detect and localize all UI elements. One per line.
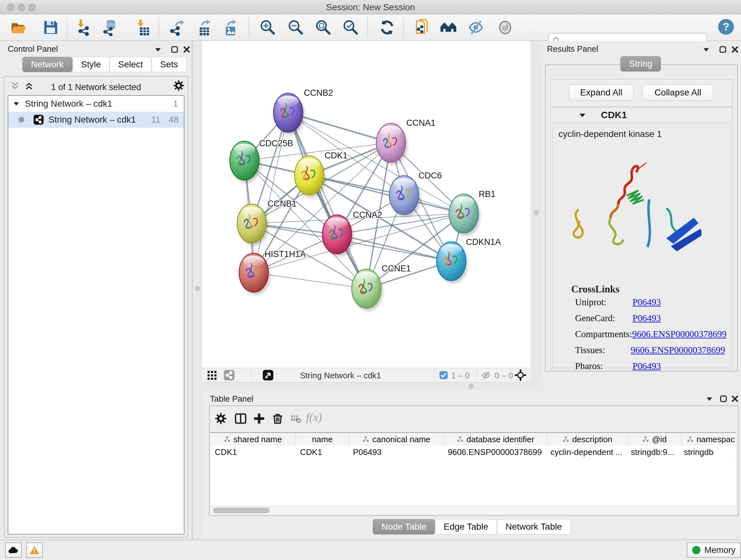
maximize-panel-icon[interactable] [171,45,179,54]
selected-checkbox-icon[interactable] [439,371,448,380]
open-folder-icon[interactable] [10,19,27,36]
network-node-cdc6[interactable]: CDC6 [389,171,442,217]
help-icon[interactable]: ? [718,18,735,36]
tab-network[interactable]: Network [22,57,72,72]
warning-status-button[interactable] [26,543,43,558]
column-header-namespac[interactable]: namespac [681,433,736,446]
tab-network-table[interactable]: Network Table [497,519,570,535]
export-network-icon[interactable] [169,19,186,36]
tab-string-results[interactable]: String [620,56,661,71]
fit-content-crosshair-icon[interactable] [515,369,527,381]
network-node-ccne1[interactable]: CCNE1 [352,264,411,311]
zoom-in-icon[interactable] [259,19,276,36]
import-database-icon[interactable] [102,19,119,36]
crosslink-value-link[interactable]: P06493 [632,313,661,323]
export-image-icon[interactable] [221,19,239,36]
cloud-status-button[interactable] [5,543,22,558]
tab-node-table[interactable]: Node Table [373,519,435,535]
column-header-label: name [312,435,333,444]
import-table-icon[interactable] [134,19,151,36]
grid-view-icon[interactable] [207,370,218,380]
column-header-shared-name[interactable]: shared name [210,433,296,446]
node-label-ccna2: CCNA2 [353,210,382,220]
crosslink-label: Uniprot: [575,297,632,307]
memory-button[interactable]: Memory [687,543,741,558]
column-header-name[interactable]: name [296,433,349,446]
network-tree-root-row[interactable]: String Network – cdk1 1 [8,96,184,112]
bottom-splitter-knob[interactable] [468,384,474,389]
export-table-icon[interactable] [195,19,212,36]
tab-style[interactable]: Style [72,57,110,72]
crosslink-label: Tissues: [575,345,630,355]
import-network-icon[interactable] [75,19,92,36]
crosslink-value-link[interactable]: 9606.ENSP00000378699 [630,345,725,355]
show-columns-icon[interactable] [234,413,247,425]
tab-edge-table[interactable]: Edge Table [435,519,497,535]
network-view-title: String Network – cdk1 [300,371,381,381]
network-node-cdkn1a[interactable]: CDKN1A [436,237,501,284]
zoom-fit-icon[interactable] [315,19,332,36]
cloud-icon [8,546,19,554]
detach-view-icon[interactable] [262,369,274,381]
float-panel-icon[interactable] [154,45,162,54]
entry-collapse-icon[interactable] [579,111,586,119]
tab-sets[interactable]: Sets [151,57,187,72]
expand-all-button[interactable]: Expand All [569,84,633,101]
network-node-ccna1[interactable]: CCNA1 [376,118,435,165]
close-panel-icon[interactable] [183,45,191,54]
network-node-ccnb1[interactable]: CCNB1 [237,199,297,246]
refresh-icon[interactable] [379,19,396,36]
network-tree: String Network – cdk1 1 String Network –… [8,95,185,535]
network-tree-child-row[interactable]: String Network – cdk1 11 48 [8,112,184,128]
network-node-ccnb2[interactable]: CCNB2 [273,88,333,135]
zoom-selected-icon[interactable] [342,19,359,36]
network-node-cdc25b[interactable]: CDC25B [230,138,293,183]
table-hscrollbar-thumb[interactable] [213,508,270,513]
float-panel-icon[interactable] [702,45,711,54]
maximize-panel-icon[interactable] [719,45,727,54]
column-header-description[interactable]: description [547,433,628,446]
function-builder-icon: f(x) [306,411,322,424]
left-splitter-knob[interactable] [195,286,200,291]
tree-expand-icon[interactable] [13,100,20,107]
table-options-gear-icon[interactable] [215,413,227,425]
column-header-canonical-name[interactable]: canonical name [349,433,444,446]
network-node-hist1h1a[interactable]: HIST1H1A [239,249,306,295]
network-node-cdk1[interactable]: CDK1 [294,151,347,198]
hide-graphics-icon[interactable] [467,19,484,36]
close-panel-icon[interactable] [731,395,739,403]
maximize-panel-icon[interactable] [719,395,728,403]
network-node-rb1[interactable]: RB1 [449,189,495,236]
crosslink-value-link[interactable]: P06493 [632,361,661,371]
export-html-icon[interactable] [414,19,431,36]
close-panel-icon[interactable] [731,45,739,54]
column-header-label: @id [652,435,667,444]
network-collection-count: 1 [173,99,178,109]
tab-select[interactable]: Select [110,57,151,72]
right-splitter[interactable] [530,41,542,390]
add-column-icon[interactable] [253,413,265,425]
show-graphics-icon[interactable] [496,19,514,36]
float-panel-icon[interactable] [705,395,714,403]
table-row[interactable]: CDK1CDK1P064939606.ENSP00000378699cyclin… [210,446,736,459]
column-header-database-identifier[interactable]: database identifier [444,433,547,446]
delete-column-icon[interactable] [272,413,284,425]
crosslink-value-link[interactable]: 9606.ENSP00000378699 [632,329,727,339]
network-view-canvas[interactable]: CCNB2CCNA1CDC25BCDK1CDC6RB1CCNB1CCNA2CDK… [202,41,530,368]
table-tabs: Node TableEdge TableNetwork Table [202,519,741,535]
crosslink-label: Pharos: [575,361,632,371]
home-icon[interactable] [440,19,457,36]
column-header--id[interactable]: @id [628,433,681,446]
zoom-out-icon[interactable] [287,19,305,36]
collapse-all-button[interactable]: Collapse All [643,84,713,101]
footer-separator [511,369,511,381]
right-splitter-knob[interactable] [534,210,539,215]
save-icon[interactable] [42,19,59,36]
crosslink-value-link[interactable]: P06493 [632,297,661,307]
table-hscrollbar[interactable] [210,507,736,514]
network-edge-count: 48 [169,115,179,125]
string-view-icon[interactable] [223,369,235,381]
protein-entry-header[interactable]: CDK1 [550,108,732,123]
node-label-cdk1: CDK1 [325,151,347,160]
network-options-gear-icon[interactable] [173,80,185,91]
